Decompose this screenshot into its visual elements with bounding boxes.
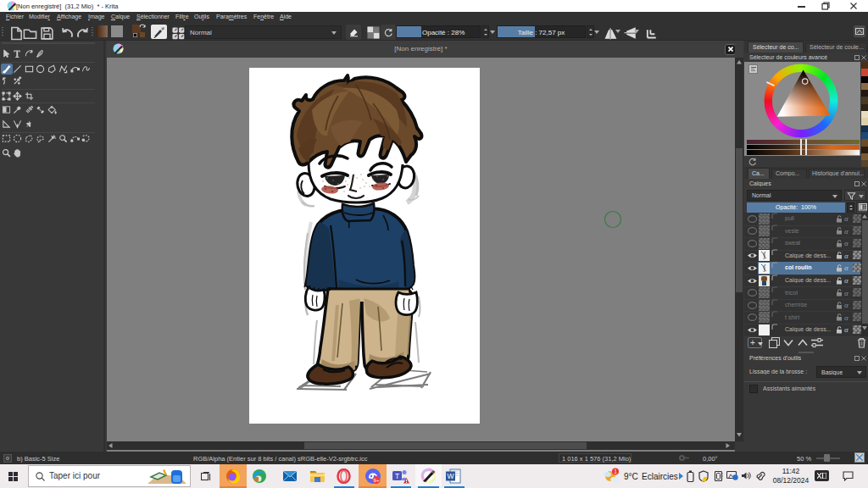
svg-text:1: 1 [614, 469, 617, 474]
svg-text:9+: 9+ [374, 478, 380, 483]
svg-text:W: W [447, 472, 453, 480]
svg-text:T: T [395, 472, 399, 480]
